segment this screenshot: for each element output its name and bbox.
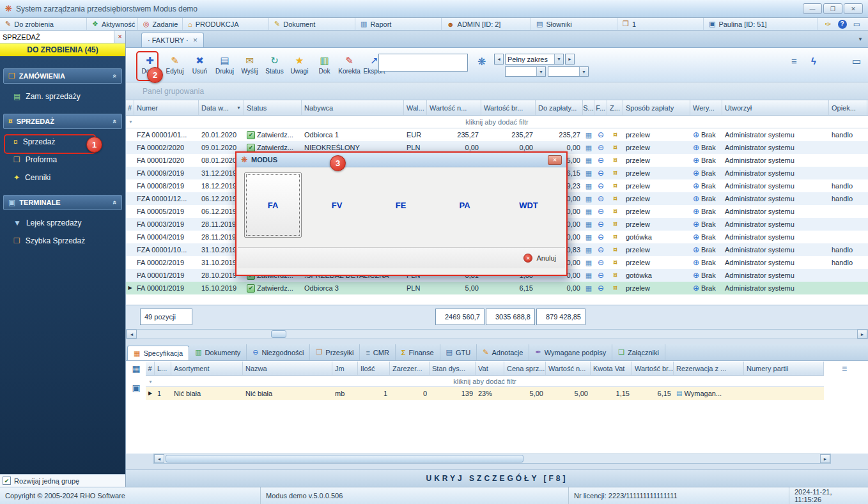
detail-tab-specyfikacja[interactable]: ▦Specyfikacja bbox=[127, 346, 189, 360]
sidebar-item-cenniki[interactable]: ✦Cenniki bbox=[3, 170, 122, 185]
menu-item-notifications[interactable]: ❒1 bbox=[617, 18, 704, 30]
doc-type-button-fa[interactable]: FA bbox=[244, 172, 302, 238]
refresh-flash-icon[interactable]: ϟ bbox=[811, 56, 816, 66]
toolbar-button-print[interactable]: ▤Drukuj bbox=[212, 50, 237, 80]
expand-one-group-checkbox[interactable]: ✔ bbox=[3, 477, 11, 485]
doc-type-button-fv[interactable]: FV bbox=[308, 172, 366, 238]
column-header-zaplata[interactable]: Do zapłaty... bbox=[536, 100, 583, 115]
table-row[interactable]: FZA 00001/01...20.01.2020✔Zatwierdz...Od… bbox=[126, 128, 868, 141]
detail-filter-row[interactable]: ▼ kliknij aby dodać filtr bbox=[146, 376, 824, 387]
column-header-brutto[interactable]: Wartość br... bbox=[481, 100, 536, 115]
dialog-close-button[interactable]: ✕ bbox=[548, 155, 562, 165]
sidebar-item-sprzedaz[interactable]: ¤Sprzedaż bbox=[3, 134, 122, 149]
tab-faktury[interactable]: · FAKTURY · ✕ bbox=[141, 33, 204, 47]
scroll-left-icon[interactable]: ◄ bbox=[127, 330, 137, 339]
screen-layout-icon[interactable]: ▭ bbox=[852, 56, 861, 67]
sidebar-item-lejek-sprzedazy[interactable]: ▼Lejek sprzedaży bbox=[3, 215, 122, 231]
group-panel[interactable]: Panel grupowania bbox=[126, 82, 868, 100]
dialog-title-bar[interactable]: ❋ MODUS ✕ bbox=[236, 153, 566, 167]
table-row[interactable]: ▶1Nić białaNić białamb1013923%5,005,001,… bbox=[146, 387, 824, 400]
menu-item-document[interactable]: ✎Dokument bbox=[269, 18, 355, 30]
toolbar-button-status[interactable]: ↻Status bbox=[262, 50, 287, 80]
tab-list-dropdown-icon[interactable]: ▼ bbox=[858, 36, 863, 42]
filter-row[interactable]: ▼ kliknij aby dodać filtr bbox=[126, 116, 868, 128]
column-header-data[interactable]: Data w...▼ bbox=[199, 100, 244, 115]
toolbar-search-input[interactable] bbox=[378, 54, 468, 72]
range-select[interactable]: Pełny zakres ▼ bbox=[505, 54, 564, 65]
column-header-detail-nazwa[interactable]: Nazwa bbox=[243, 362, 332, 375]
menu-item-user[interactable]: ▣Paulina [ID: 51] bbox=[704, 18, 818, 30]
scroll-thumb[interactable] bbox=[166, 455, 523, 462]
layout-grid-icon[interactable]: ▦ bbox=[132, 363, 140, 374]
range-prev-button[interactable]: ◄ bbox=[494, 54, 504, 65]
scroll-thumb[interactable] bbox=[271, 330, 286, 338]
column-header-ind[interactable]: # bbox=[126, 100, 134, 115]
menu-item-report[interactable]: ▥Raport bbox=[355, 18, 442, 30]
scroll-left-icon[interactable]: ◄ bbox=[154, 454, 164, 463]
column-header-detail-lp[interactable]: L... bbox=[155, 362, 171, 375]
menu-item-admin[interactable]: ☻ADMIN [ID: 2] bbox=[442, 18, 531, 30]
sidebar-group-sprzedaz[interactable]: ¤SPRZEDAŻ« bbox=[3, 114, 122, 129]
todo-header[interactable]: DO ZROBIENIA (45) bbox=[0, 43, 125, 56]
column-header-detail-stan[interactable]: Stan dys... bbox=[430, 362, 476, 375]
menu-item-task[interactable]: ◎Zadanie bbox=[138, 18, 183, 30]
column-header-s[interactable]: S... bbox=[583, 100, 594, 115]
cancel-button[interactable]: ✕ Anuluj bbox=[523, 254, 556, 263]
column-header-z[interactable]: Z... bbox=[607, 100, 623, 115]
column-header-sposob[interactable]: Sposób zapłaty bbox=[623, 100, 690, 115]
detail-tab-cmr[interactable]: ≡CMR bbox=[360, 344, 395, 360]
column-header-opiekun[interactable]: Opiek... bbox=[829, 100, 867, 115]
detail-tab-dokumenty[interactable]: ▥Dokumenty bbox=[189, 344, 247, 360]
skins-icon[interactable]: ✑ bbox=[825, 20, 832, 29]
detail-tab-wymagane-podpisy[interactable]: ✒Wymagane podpisy bbox=[529, 344, 612, 360]
column-header-numer[interactable]: Numer bbox=[134, 100, 199, 115]
filter-combo-1[interactable]: ▼ bbox=[505, 66, 546, 77]
column-header-detail-vat[interactable]: Vat bbox=[476, 362, 504, 375]
search-input[interactable] bbox=[0, 31, 114, 43]
hide-details-bar[interactable]: UKRYJ SZCZEGÓŁY [F8] bbox=[126, 470, 868, 487]
column-header-detail-wart_n[interactable]: Wartość n... bbox=[546, 362, 591, 375]
column-header-netto[interactable]: Wartość n... bbox=[427, 100, 481, 115]
column-header-detail-asortyment[interactable]: Asortyment bbox=[171, 362, 243, 375]
sidebar-group-zamowienia[interactable]: ❒ZAMÓWIENIA« bbox=[3, 68, 122, 84]
column-header-f[interactable]: F... bbox=[594, 100, 607, 115]
doc-type-button-fe[interactable]: FE bbox=[372, 172, 430, 238]
sidebar-group-terminale[interactable]: ▣TERMINALE« bbox=[3, 195, 122, 210]
column-header-detail-rez[interactable]: Rezerwacja z ... bbox=[674, 362, 744, 375]
column-header-detail-jm[interactable]: Jm bbox=[332, 362, 358, 375]
table-row[interactable]: ▶FA 00001/201915.10.2019✔Zatwierdz...Odb… bbox=[126, 282, 868, 294]
maximize-button[interactable]: ❐ bbox=[823, 3, 842, 14]
clear-search-icon[interactable]: ✕ bbox=[114, 31, 125, 43]
scroll-right-icon[interactable]: ► bbox=[857, 330, 867, 339]
menu-item-production[interactable]: ⌂PRODUKCJA bbox=[183, 18, 269, 30]
toolbar-button-edit[interactable]: ✎Edytuj bbox=[162, 50, 187, 80]
detail-tab-zalaczniki[interactable]: ❏Załączniki bbox=[612, 344, 665, 360]
column-header-nabywca[interactable]: Nabywca bbox=[302, 100, 404, 115]
filter-combo-2[interactable]: ▼ bbox=[548, 66, 589, 77]
close-button[interactable]: ✕ bbox=[844, 3, 863, 14]
column-header-detail-wart_br[interactable]: Wartość br... bbox=[632, 362, 674, 375]
toolbar-button-delete[interactable]: ✖Usuń bbox=[187, 50, 212, 80]
column-header-status[interactable]: Status bbox=[244, 100, 302, 115]
menu-item-activity[interactable]: ❖Aktywność bbox=[87, 18, 138, 30]
column-header-detail-cena[interactable]: Cena sprz... bbox=[504, 362, 546, 375]
toolbar-button-send[interactable]: ✉Wyślij bbox=[237, 50, 262, 80]
minimize-button[interactable]: — bbox=[803, 3, 822, 14]
scroll-right-icon[interactable]: ► bbox=[820, 454, 830, 463]
menu-item-todo[interactable]: ✎Do zrobienia bbox=[0, 18, 87, 30]
menu-item-dictionaries[interactable]: ▤Słowniki bbox=[531, 18, 617, 30]
detail-horizontal-scrollbar[interactable]: ◄ ► bbox=[153, 454, 831, 464]
horizontal-scrollbar[interactable]: ◄ ► bbox=[126, 329, 868, 339]
column-header-detail-partie[interactable]: Numery partii bbox=[744, 362, 824, 375]
detail-tab-niezgodnosci[interactable]: ⊖Niezgodności bbox=[247, 344, 310, 360]
toolbar-button-correction[interactable]: ✎Korekta bbox=[337, 50, 362, 80]
sidebar-item-proforma[interactable]: ❒Proforma bbox=[3, 152, 122, 167]
column-header-wery[interactable]: Wery... bbox=[690, 100, 722, 115]
column-header-detail-zarez[interactable]: Zarezer... bbox=[390, 362, 430, 375]
column-header-wal[interactable]: Wal... bbox=[404, 100, 427, 115]
tab-close-icon[interactable]: ✕ bbox=[193, 37, 198, 43]
view-list-icon[interactable]: ≡ bbox=[791, 56, 797, 66]
toolbar-button-dok[interactable]: ▥Dok bbox=[312, 50, 337, 80]
sidebar-item-szybka-sprzedaz[interactable]: ❒Szybka Sprzedaż bbox=[3, 233, 122, 248]
sidebar-item-zam-sprzedazy[interactable]: ▤Zam. sprzedaży bbox=[3, 89, 122, 104]
